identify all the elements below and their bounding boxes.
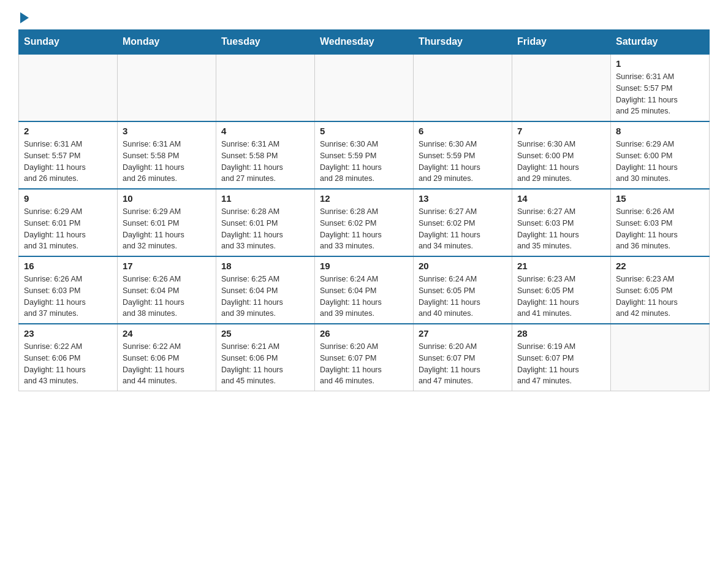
calendar-cell: 19Sunrise: 6:24 AM Sunset: 6:04 PM Dayli… — [315, 256, 414, 324]
day-info: Sunrise: 6:25 AM Sunset: 6:04 PM Dayligh… — [221, 274, 309, 320]
day-number: 4 — [221, 126, 309, 136]
calendar-header-sunday: Sunday — [19, 30, 118, 55]
calendar-cell — [512, 54, 611, 121]
calendar-cell: 28Sunrise: 6:19 AM Sunset: 6:07 PM Dayli… — [512, 324, 611, 391]
day-number: 1 — [616, 58, 704, 69]
calendar-cell: 11Sunrise: 6:28 AM Sunset: 6:01 PM Dayli… — [216, 189, 315, 256]
calendar-cell — [19, 54, 118, 121]
calendar-cell: 2Sunrise: 6:31 AM Sunset: 5:57 PM Daylig… — [19, 121, 118, 189]
week-row-2: 2Sunrise: 6:31 AM Sunset: 5:57 PM Daylig… — [19, 121, 710, 189]
day-info: Sunrise: 6:22 AM Sunset: 6:06 PM Dayligh… — [123, 341, 211, 387]
calendar-header-wednesday: Wednesday — [315, 30, 414, 55]
calendar-cell: 7Sunrise: 6:30 AM Sunset: 6:00 PM Daylig… — [512, 121, 611, 189]
day-number: 8 — [616, 126, 704, 136]
calendar-cell: 26Sunrise: 6:20 AM Sunset: 6:07 PM Dayli… — [315, 324, 414, 391]
calendar-cell: 24Sunrise: 6:22 AM Sunset: 6:06 PM Dayli… — [118, 324, 216, 391]
day-info: Sunrise: 6:30 AM Sunset: 6:00 PM Dayligh… — [517, 139, 605, 185]
calendar-header-friday: Friday — [512, 30, 611, 55]
day-number: 11 — [221, 193, 309, 204]
day-info: Sunrise: 6:19 AM Sunset: 6:07 PM Dayligh… — [517, 341, 605, 387]
week-row-1: 1Sunrise: 6:31 AM Sunset: 5:57 PM Daylig… — [19, 54, 710, 121]
day-info: Sunrise: 6:20 AM Sunset: 6:07 PM Dayligh… — [419, 341, 507, 387]
day-number: 5 — [320, 126, 408, 136]
day-info: Sunrise: 6:23 AM Sunset: 6:05 PM Dayligh… — [517, 274, 605, 320]
day-number: 25 — [221, 328, 309, 339]
day-info: Sunrise: 6:27 AM Sunset: 6:02 PM Dayligh… — [419, 206, 507, 252]
day-info: Sunrise: 6:26 AM Sunset: 6:03 PM Dayligh… — [616, 206, 704, 252]
calendar-cell: 9Sunrise: 6:29 AM Sunset: 6:01 PM Daylig… — [19, 189, 118, 256]
day-info: Sunrise: 6:20 AM Sunset: 6:07 PM Dayligh… — [320, 341, 408, 387]
calendar-cell: 18Sunrise: 6:25 AM Sunset: 6:04 PM Dayli… — [216, 256, 315, 324]
day-number: 24 — [123, 328, 211, 339]
day-info: Sunrise: 6:30 AM Sunset: 5:59 PM Dayligh… — [320, 139, 408, 185]
calendar-cell: 22Sunrise: 6:23 AM Sunset: 6:05 PM Dayli… — [611, 256, 710, 324]
calendar-cell: 10Sunrise: 6:29 AM Sunset: 6:01 PM Dayli… — [118, 189, 216, 256]
day-info: Sunrise: 6:30 AM Sunset: 5:59 PM Dayligh… — [419, 139, 507, 185]
logo — [18, 12, 29, 23]
calendar-header-monday: Monday — [118, 30, 216, 55]
calendar-cell: 15Sunrise: 6:26 AM Sunset: 6:03 PM Dayli… — [611, 189, 710, 256]
calendar-header-saturday: Saturday — [611, 30, 710, 55]
calendar-cell: 12Sunrise: 6:28 AM Sunset: 6:02 PM Dayli… — [315, 189, 414, 256]
day-number: 10 — [123, 193, 211, 204]
day-number: 2 — [24, 126, 112, 136]
calendar-cell: 21Sunrise: 6:23 AM Sunset: 6:05 PM Dayli… — [512, 256, 611, 324]
day-number: 21 — [517, 261, 605, 271]
calendar-cell: 23Sunrise: 6:22 AM Sunset: 6:06 PM Dayli… — [19, 324, 118, 391]
day-info: Sunrise: 6:23 AM Sunset: 6:05 PM Dayligh… — [616, 274, 704, 320]
calendar-cell: 8Sunrise: 6:29 AM Sunset: 6:00 PM Daylig… — [611, 121, 710, 189]
day-number: 14 — [517, 193, 605, 204]
calendar-cell: 20Sunrise: 6:24 AM Sunset: 6:05 PM Dayli… — [414, 256, 512, 324]
day-number: 16 — [24, 261, 112, 271]
week-row-4: 16Sunrise: 6:26 AM Sunset: 6:03 PM Dayli… — [19, 256, 710, 324]
day-number: 26 — [320, 328, 408, 339]
day-number: 20 — [419, 261, 507, 271]
day-number: 28 — [517, 328, 605, 339]
logo-arrow-icon — [20, 12, 29, 23]
day-info: Sunrise: 6:26 AM Sunset: 6:04 PM Dayligh… — [123, 274, 211, 320]
day-number: 19 — [320, 261, 408, 271]
page-header — [18, 12, 710, 23]
calendar-cell: 14Sunrise: 6:27 AM Sunset: 6:03 PM Dayli… — [512, 189, 611, 256]
day-info: Sunrise: 6:31 AM Sunset: 5:57 PM Dayligh… — [24, 139, 112, 185]
calendar-cell — [118, 54, 216, 121]
calendar-cell: 1Sunrise: 6:31 AM Sunset: 5:57 PM Daylig… — [611, 54, 710, 121]
day-info: Sunrise: 6:31 AM Sunset: 5:58 PM Dayligh… — [221, 139, 309, 185]
day-info: Sunrise: 6:26 AM Sunset: 6:03 PM Dayligh… — [24, 274, 112, 320]
calendar-header-thursday: Thursday — [414, 30, 512, 55]
day-info: Sunrise: 6:29 AM Sunset: 6:01 PM Dayligh… — [24, 206, 112, 252]
calendar-cell: 13Sunrise: 6:27 AM Sunset: 6:02 PM Dayli… — [414, 189, 512, 256]
calendar-cell: 6Sunrise: 6:30 AM Sunset: 5:59 PM Daylig… — [414, 121, 512, 189]
calendar-cell: 17Sunrise: 6:26 AM Sunset: 6:04 PM Dayli… — [118, 256, 216, 324]
week-row-5: 23Sunrise: 6:22 AM Sunset: 6:06 PM Dayli… — [19, 324, 710, 391]
day-number: 6 — [419, 126, 507, 136]
day-info: Sunrise: 6:21 AM Sunset: 6:06 PM Dayligh… — [221, 341, 309, 387]
day-number: 3 — [123, 126, 211, 136]
day-number: 7 — [517, 126, 605, 136]
day-info: Sunrise: 6:29 AM Sunset: 6:01 PM Dayligh… — [123, 206, 211, 252]
week-row-3: 9Sunrise: 6:29 AM Sunset: 6:01 PM Daylig… — [19, 189, 710, 256]
calendar-cell: 25Sunrise: 6:21 AM Sunset: 6:06 PM Dayli… — [216, 324, 315, 391]
calendar-cell: 16Sunrise: 6:26 AM Sunset: 6:03 PM Dayli… — [19, 256, 118, 324]
calendar-cell: 4Sunrise: 6:31 AM Sunset: 5:58 PM Daylig… — [216, 121, 315, 189]
day-info: Sunrise: 6:24 AM Sunset: 6:05 PM Dayligh… — [419, 274, 507, 320]
day-number: 9 — [24, 193, 112, 204]
calendar-cell: 3Sunrise: 6:31 AM Sunset: 5:58 PM Daylig… — [118, 121, 216, 189]
calendar-header-tuesday: Tuesday — [216, 30, 315, 55]
day-info: Sunrise: 6:28 AM Sunset: 6:02 PM Dayligh… — [320, 206, 408, 252]
calendar-cell — [414, 54, 512, 121]
day-number: 22 — [616, 261, 704, 271]
calendar-cell: 5Sunrise: 6:30 AM Sunset: 5:59 PM Daylig… — [315, 121, 414, 189]
day-info: Sunrise: 6:24 AM Sunset: 6:04 PM Dayligh… — [320, 274, 408, 320]
day-number: 27 — [419, 328, 507, 339]
day-info: Sunrise: 6:31 AM Sunset: 5:57 PM Dayligh… — [616, 71, 704, 117]
day-number: 12 — [320, 193, 408, 204]
calendar-header-row: SundayMondayTuesdayWednesdayThursdayFrid… — [19, 30, 710, 55]
calendar-cell — [216, 54, 315, 121]
calendar-cell: 27Sunrise: 6:20 AM Sunset: 6:07 PM Dayli… — [414, 324, 512, 391]
day-info: Sunrise: 6:22 AM Sunset: 6:06 PM Dayligh… — [24, 341, 112, 387]
calendar-table: SundayMondayTuesdayWednesdayThursdayFrid… — [18, 29, 710, 391]
day-info: Sunrise: 6:27 AM Sunset: 6:03 PM Dayligh… — [517, 206, 605, 252]
calendar-cell — [611, 324, 710, 391]
day-number: 18 — [221, 261, 309, 271]
